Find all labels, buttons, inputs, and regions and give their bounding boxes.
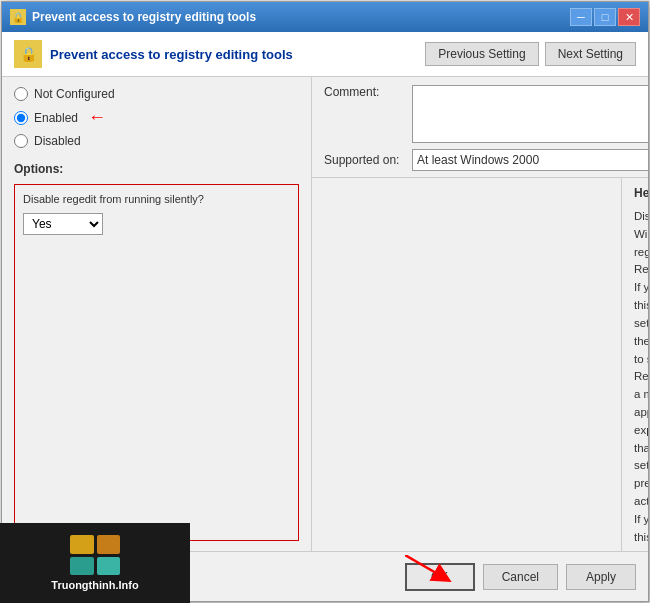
help-para-3: If you disable this policy setting or do…: [634, 511, 648, 543]
maximize-button[interactable]: □: [594, 8, 616, 26]
main-layout: Not Configured Enabled ← Disabled Option…: [2, 77, 648, 551]
close-button[interactable]: ✕: [618, 8, 640, 26]
header-title-row: 🔒 Prevent access to registry editing too…: [14, 40, 293, 68]
not-configured-option[interactable]: Not Configured: [14, 87, 299, 101]
title-buttons: ─ □ ✕: [570, 8, 640, 26]
tile-1: [70, 535, 94, 554]
help-section: Help: Disables the Windows registry edit…: [622, 178, 648, 551]
disabled-option[interactable]: Disabled: [14, 134, 299, 148]
watermark-text: Truongthinh.Info: [51, 579, 138, 591]
tile-4: [97, 557, 121, 576]
next-setting-button[interactable]: Next Setting: [545, 42, 636, 66]
window-icon: 🔒: [10, 9, 26, 25]
watermark: Truongthinh.Info: [0, 523, 190, 603]
disabled-label: Disabled: [34, 134, 81, 148]
tile-2: [97, 535, 121, 554]
options-section-label: Options:: [14, 162, 299, 176]
help-scroll-area: Disables the Windows registry editor Reg…: [634, 208, 648, 543]
disabled-radio[interactable]: [14, 134, 28, 148]
supported-label: Supported on:: [324, 153, 404, 167]
enabled-radio[interactable]: [14, 111, 28, 125]
not-configured-radio[interactable]: [14, 87, 28, 101]
right-panel: Comment: ▲ ▼ Supported on: At least: [312, 77, 648, 551]
option-question: Disable regedit from running silently?: [23, 193, 290, 205]
comment-row: Comment: ▲ ▼: [324, 85, 648, 143]
minimize-button[interactable]: ─: [570, 8, 592, 26]
comment-textarea[interactable]: ▲ ▼: [412, 85, 648, 143]
help-options-row: Help: Disables the Windows registry edit…: [312, 177, 648, 551]
previous-setting-button[interactable]: Previous Setting: [425, 42, 538, 66]
header-nav-buttons: Previous Setting Next Setting: [425, 42, 636, 66]
logo-tiles: [70, 535, 120, 575]
title-bar: 🔒 Prevent access to registry editing too…: [2, 2, 648, 32]
options-box: Disable regedit from running silently? Y…: [14, 184, 299, 541]
supported-value: At least Windows 2000: [413, 153, 648, 167]
options-area: [312, 178, 622, 551]
header-icon: 🔒: [14, 40, 42, 68]
not-configured-label: Not Configured: [34, 87, 115, 101]
comment-label: Comment:: [324, 85, 404, 99]
enabled-label: Enabled: [34, 111, 78, 125]
header-area: 🔒 Prevent access to registry editing too…: [2, 32, 648, 77]
apply-button[interactable]: Apply: [566, 564, 636, 590]
supported-row: Supported on: At least Windows 2000 ▲ ▼: [324, 149, 648, 171]
tile-3: [70, 557, 94, 576]
enabled-option[interactable]: Enabled ←: [14, 107, 299, 128]
help-section-label: Help:: [634, 186, 648, 200]
title-bar-left: 🔒 Prevent access to registry editing too…: [10, 9, 256, 25]
help-para-2: If you enable this policy setting and th…: [634, 279, 648, 511]
window-title: Prevent access to registry editing tools: [32, 10, 256, 24]
ok-arrow-indicator: [405, 555, 453, 583]
radio-group: Not Configured Enabled ← Disabled: [14, 87, 299, 148]
supported-input: At least Windows 2000 ▲ ▼: [412, 149, 648, 171]
help-text-content: Disables the Windows registry editor Reg…: [634, 208, 648, 543]
left-panel: Not Configured Enabled ← Disabled Option…: [2, 77, 312, 551]
cancel-button[interactable]: Cancel: [483, 564, 558, 590]
arrow-indicator: ←: [88, 107, 106, 128]
header-title: Prevent access to registry editing tools: [50, 47, 293, 62]
comment-inner: [413, 86, 648, 142]
help-para-1: Disables the Windows registry editor Reg…: [634, 208, 648, 279]
regedit-silent-dropdown[interactable]: Yes No: [23, 213, 103, 235]
svg-line-1: [405, 555, 443, 577]
comment-supported-section: Comment: ▲ ▼ Supported on: At least: [312, 77, 648, 177]
main-window: 🔒 Prevent access to registry editing too…: [1, 1, 649, 602]
